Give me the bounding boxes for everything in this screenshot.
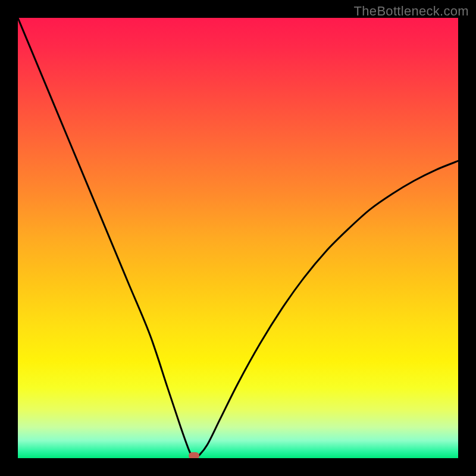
bottleneck-curve — [18, 18, 458, 458]
optimal-point-marker — [189, 452, 199, 458]
chart-frame: TheBottleneck.com — [0, 0, 476, 476]
watermark-label: TheBottleneck.com — [354, 4, 469, 19]
plot-area — [18, 18, 458, 458]
